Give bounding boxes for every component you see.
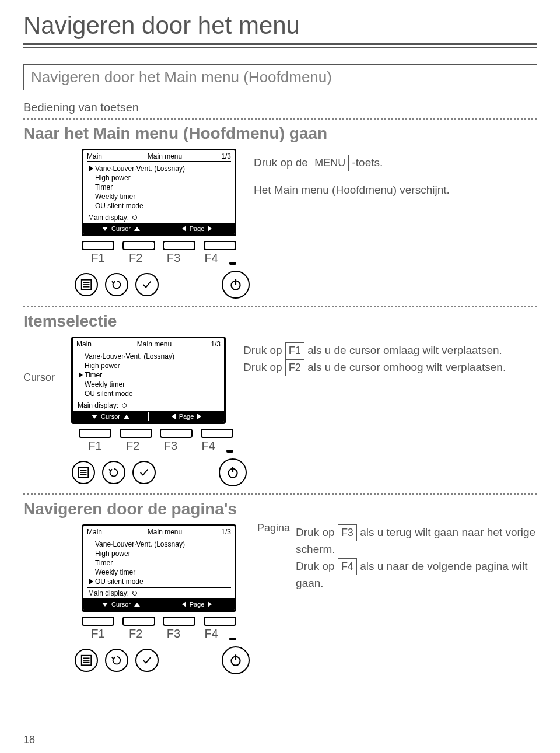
undo-icon xyxy=(131,590,138,597)
f1-label: F1 xyxy=(79,439,111,453)
lcd-cursor-label: Cursor xyxy=(101,413,120,420)
lcd-item: OU silent mode xyxy=(95,577,144,586)
section-head: Navigeren door het Main menu (Hoofdmenu) xyxy=(23,64,537,90)
instr-text: Druk op xyxy=(296,526,338,538)
triangle-left-icon xyxy=(182,226,186,232)
s1-heading: Naar het Main menu (Hoofdmenu) gaan xyxy=(23,124,537,143)
f4-label: F4 xyxy=(192,439,225,453)
instr-text: als u de cursor omhoog wilt verplaatsen. xyxy=(307,361,506,373)
lcd-item: Weekly timer xyxy=(85,380,125,388)
power-button[interactable] xyxy=(222,271,250,299)
back-button[interactable] xyxy=(105,649,128,672)
triangle-down-icon xyxy=(92,415,97,419)
f1-label: F1 xyxy=(82,627,114,640)
s2-heading: Itemselectie xyxy=(23,312,537,331)
cursor-annotation: Cursor xyxy=(23,372,55,384)
lcd-header-right: 1/3 xyxy=(208,528,231,536)
softkey-row xyxy=(82,617,236,626)
triangle-up-icon xyxy=(134,227,140,231)
triangle-left-icon xyxy=(172,414,176,419)
softkey[interactable] xyxy=(160,429,192,438)
lcd-header-center: Main menu xyxy=(122,528,208,536)
circle-button-row xyxy=(75,646,250,674)
led-icon xyxy=(229,638,236,640)
fkey-labels: F1 F2 F3 F4 xyxy=(82,627,236,640)
fkey-labels: F1 F2 F3 F4 xyxy=(79,439,233,453)
menu-button[interactable] xyxy=(72,461,95,484)
lcd-header-center: Main menu xyxy=(122,152,208,160)
lcd-header-right: 1/3 xyxy=(208,152,231,160)
lcd-header-left: Main xyxy=(87,152,122,160)
softkey[interactable] xyxy=(82,241,114,250)
fkey-labels: F1 F2 F3 F4 xyxy=(82,251,236,265)
triangle-right-icon xyxy=(208,601,212,607)
lcd-item: Vane·Louver·Vent. (Lossnay) xyxy=(95,164,185,173)
page-number: 18 xyxy=(23,734,35,746)
menu-button-label: MENU xyxy=(311,155,349,171)
ok-button[interactable] xyxy=(135,649,159,672)
f4-label: F4 xyxy=(195,251,228,265)
lcd-panel: Main Main menu 1/3 Vane·Louver·Vent. (Lo… xyxy=(71,337,226,424)
softkey-row xyxy=(82,241,236,250)
title-rule xyxy=(23,43,537,45)
power-button[interactable] xyxy=(219,458,247,486)
instr-text: Druk op de xyxy=(254,156,311,169)
circle-button-row xyxy=(75,271,250,299)
triangle-up-icon xyxy=(134,603,140,607)
f4-button-label: F4 xyxy=(338,558,357,575)
f2-label: F2 xyxy=(120,627,152,640)
f2-button-label: F2 xyxy=(285,359,304,376)
softkey[interactable] xyxy=(79,429,111,438)
cursor-icon xyxy=(89,579,93,584)
lcd-panel: Main Main menu 1/3 Vane·Louver·Vent. (Lo… xyxy=(82,149,236,236)
f3-button-label: F3 xyxy=(338,524,357,541)
triangle-down-icon xyxy=(102,603,108,607)
instr-text: -toets. xyxy=(352,156,383,169)
lcd-item: Timer xyxy=(95,559,113,567)
f1-label: F1 xyxy=(82,251,114,265)
ok-button[interactable] xyxy=(135,273,159,296)
undo-icon xyxy=(121,402,128,409)
lcd-header-right: 1/3 xyxy=(197,340,220,348)
instruction-block: Druk op de MENU -toets. Het Main menu (H… xyxy=(254,149,537,199)
back-button[interactable] xyxy=(105,273,128,296)
lcd-foot-label: Main display: xyxy=(78,401,118,409)
lcd-foot-label: Main display: xyxy=(88,589,129,597)
menu-button[interactable] xyxy=(75,649,98,672)
triangle-up-icon xyxy=(124,415,130,419)
cursor-icon xyxy=(89,166,93,171)
lcd-item: High power xyxy=(95,174,131,182)
triangle-right-icon xyxy=(197,414,201,419)
led-icon xyxy=(229,262,236,265)
softkey[interactable] xyxy=(123,617,155,626)
instruction-block: Druk op F3 als u terug wilt gaan naar he… xyxy=(296,524,537,591)
softkey[interactable] xyxy=(163,617,195,626)
softkey[interactable] xyxy=(163,241,195,250)
lcd-item: OU silent mode xyxy=(85,390,133,398)
softkey[interactable] xyxy=(82,617,114,626)
lcd-item: High power xyxy=(85,362,120,370)
lcd-cursor-label: Cursor xyxy=(111,601,131,608)
f4-label: F4 xyxy=(195,627,228,640)
menu-button[interactable] xyxy=(75,273,98,296)
softkey[interactable] xyxy=(123,241,155,250)
dotted-rule xyxy=(23,118,537,120)
triangle-right-icon xyxy=(208,226,212,232)
softkey[interactable] xyxy=(204,617,236,626)
lcd-footer-bar: Cursor Page xyxy=(83,223,235,234)
softkey[interactable] xyxy=(204,241,236,250)
softkey[interactable] xyxy=(201,429,233,438)
ok-button[interactable] xyxy=(132,461,156,484)
pagina-annotation: Pagina xyxy=(257,522,290,534)
f3-label: F3 xyxy=(158,251,190,265)
softkey[interactable] xyxy=(120,429,152,438)
lcd-page-label: Page xyxy=(190,225,205,232)
power-button[interactable] xyxy=(222,646,250,674)
cursor-annot-label: Cursor xyxy=(23,372,55,384)
lcd-items: Vane·Louver·Vent. (Lossnay) High power T… xyxy=(83,162,235,212)
back-button[interactable] xyxy=(102,461,125,484)
lcd-foot-label: Main display: xyxy=(88,213,129,222)
cursor-icon xyxy=(79,372,83,378)
lcd-item: Timer xyxy=(95,183,113,191)
lcd-header-left: Main xyxy=(76,340,111,348)
